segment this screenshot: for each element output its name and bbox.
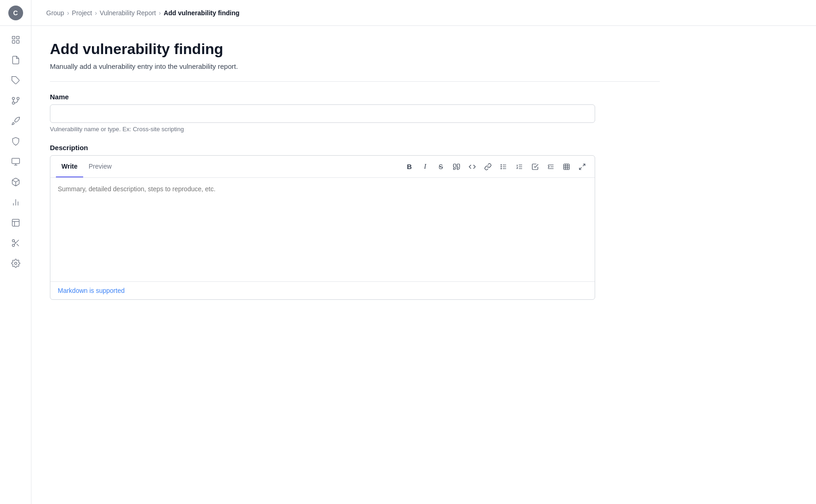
scissors-icon[interactable] — [6, 234, 25, 252]
strikethrough-button[interactable]: S — [434, 160, 448, 174]
editor-actions: B I S — [402, 160, 589, 174]
description-label: Description — [50, 144, 660, 152]
svg-rect-2 — [12, 41, 15, 43]
file-icon[interactable] — [6, 51, 25, 69]
name-hint: Vulnerability name or type. Ex: Cross-si… — [50, 126, 660, 133]
page-subtitle: Manually add a vulnerability entry into … — [50, 62, 660, 70]
breadcrumb-current: Add vulnerability finding — [164, 9, 239, 17]
svg-rect-36 — [564, 164, 569, 170]
main-content: Group › Project › Vulnerability Report ›… — [31, 0, 816, 504]
svg-line-42 — [579, 167, 582, 170]
ordered-list-button[interactable] — [512, 160, 526, 174]
name-input[interactable] — [50, 104, 595, 123]
avatar: C — [8, 6, 23, 20]
tab-preview[interactable]: Preview — [83, 156, 117, 177]
code-button[interactable] — [465, 160, 479, 174]
bullet-list-button[interactable] — [497, 160, 511, 174]
blockquote-button[interactable] — [450, 160, 463, 174]
svg-point-5 — [12, 97, 14, 100]
svg-point-27 — [501, 164, 501, 165]
indent-button[interactable] — [544, 160, 558, 174]
svg-rect-1 — [16, 36, 19, 39]
svg-line-22 — [14, 242, 15, 243]
svg-point-6 — [17, 97, 19, 100]
merge-request-icon[interactable] — [6, 91, 25, 110]
settings-icon[interactable] — [6, 254, 25, 273]
task-list-button[interactable] — [528, 160, 542, 174]
description-field-group: Description Write Preview B I S — [50, 144, 660, 300]
shield-icon[interactable] — [6, 132, 25, 151]
description-editor: Write Preview B I S — [50, 155, 595, 300]
table-button[interactable] — [560, 160, 573, 174]
divider-1 — [50, 81, 660, 82]
board-icon[interactable] — [6, 30, 25, 49]
page-title: Add vulnerability finding — [50, 41, 660, 58]
repo-icon[interactable] — [6, 213, 25, 232]
svg-rect-3 — [16, 41, 19, 43]
svg-point-28 — [501, 166, 501, 167]
italic-button[interactable]: I — [418, 160, 432, 174]
svg-point-7 — [12, 102, 14, 104]
svg-point-19 — [12, 244, 14, 247]
editor-footer: Markdown is supported — [50, 281, 595, 299]
breadcrumb: Group › Project › Vulnerability Report ›… — [31, 0, 816, 26]
svg-rect-0 — [12, 36, 15, 39]
page-body: Add vulnerability finding Manually add a… — [31, 26, 678, 326]
name-label: Name — [50, 93, 660, 101]
svg-rect-8 — [12, 158, 19, 164]
rocket-icon[interactable] — [6, 112, 25, 130]
editor-tabs: Write Preview — [56, 156, 117, 177]
svg-point-23 — [14, 262, 17, 265]
chart-icon[interactable] — [6, 193, 25, 212]
link-button[interactable] — [481, 160, 495, 174]
editor-toolbar: Write Preview B I S — [50, 156, 595, 178]
svg-point-29 — [501, 168, 501, 169]
breadcrumb-project[interactable]: Project — [72, 9, 92, 17]
bold-button[interactable]: B — [402, 160, 416, 174]
svg-rect-15 — [12, 219, 19, 226]
svg-line-21 — [17, 244, 19, 246]
svg-point-18 — [12, 240, 14, 242]
tag-icon[interactable] — [6, 71, 25, 90]
sidebar-avatar[interactable]: C — [0, 0, 31, 26]
fullscreen-button[interactable] — [575, 160, 589, 174]
name-field-group: Name Vulnerability name or type. Ex: Cro… — [50, 93, 660, 133]
monitor-icon[interactable] — [6, 152, 25, 171]
breadcrumb-group[interactable]: Group — [46, 9, 64, 17]
description-textarea[interactable] — [50, 178, 595, 279]
package-icon[interactable] — [6, 173, 25, 191]
svg-line-41 — [583, 164, 585, 166]
breadcrumb-vulnerability-report[interactable]: Vulnerability Report — [100, 9, 156, 17]
markdown-link[interactable]: Markdown is supported — [58, 287, 125, 294]
tab-write[interactable]: Write — [56, 156, 83, 177]
sidebar: C — [0, 0, 31, 504]
